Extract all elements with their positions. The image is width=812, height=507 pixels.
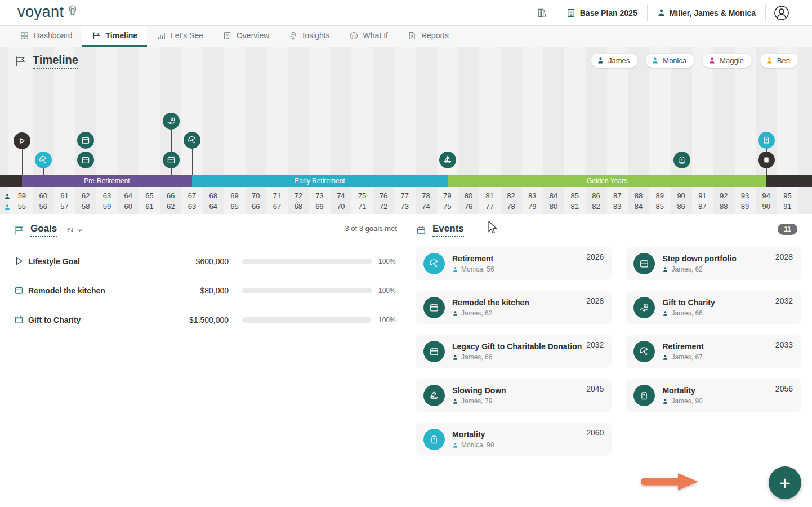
tab-what-if[interactable]: What If <box>340 26 398 47</box>
what-if-icon <box>349 31 359 41</box>
event-person: James, 66 <box>452 353 582 361</box>
goal-row-remodel-kitchen[interactable]: Remodel the kitchen $80,000 100% <box>14 285 397 296</box>
marker-slowing-down[interactable] <box>439 152 456 168</box>
age-cell: 92 <box>713 190 734 201</box>
phase-pre-retirement[interactable]: Pre-Retirement <box>22 175 192 187</box>
event-title: Mortality <box>452 430 582 439</box>
marker-gift-to-charity[interactable] <box>163 152 180 168</box>
age-cell: 72 <box>288 190 309 201</box>
marker-mortality-james[interactable] <box>673 152 690 168</box>
tab-label: Let's See <box>171 31 203 40</box>
age-row-person-icon-james <box>4 192 11 202</box>
phase-early-retirement[interactable]: Early Retirement <box>192 175 448 187</box>
person-icon <box>452 266 458 273</box>
tab-overview[interactable]: Overview <box>213 26 279 47</box>
event-card-mortality-monica[interactable]: Mortality Monica, 90 2060 <box>416 423 612 456</box>
tab-timeline[interactable]: Timeline <box>82 26 148 47</box>
event-card-slowing-down[interactable]: Slowing Down James, 79 2045 <box>416 379 612 412</box>
age-cell: 88 <box>713 201 734 212</box>
tab-dashboard[interactable]: Dashboard <box>10 26 82 47</box>
age-cell: 71 <box>351 201 373 212</box>
event-card-remodel-kitchen[interactable]: Remodel the kitchen James, 62 2028 <box>416 291 612 324</box>
age-row-person-icon-monica <box>4 203 11 213</box>
event-person: James, 62 <box>452 309 582 317</box>
goal-progress-bar <box>242 288 372 293</box>
person-chip-monica[interactable]: Monica <box>645 53 695 68</box>
client-label: Miller, James & Monica <box>670 8 756 17</box>
timeline-start-marker[interactable] <box>14 132 30 149</box>
event-card-legacy-gift[interactable]: Legacy Gift to Charitable Donation James… <box>416 335 612 368</box>
event-year: 2028 <box>586 296 604 305</box>
age-cell: 73 <box>309 190 331 201</box>
event-person-label: James, 62 <box>671 265 702 273</box>
age-cell: 84 <box>628 201 649 212</box>
event-year: 2032 <box>586 340 604 349</box>
annotation-arrow-icon <box>641 472 703 492</box>
library-icon[interactable] <box>529 0 556 25</box>
person-chip-ben[interactable]: Ben <box>760 53 798 68</box>
umbrella-icon <box>38 155 48 165</box>
person-icon <box>452 398 458 404</box>
event-card-step-down-portfolio[interactable]: Step down portfolio James, 62 2028 <box>626 247 801 280</box>
age-cell: 55 <box>11 201 33 212</box>
event-title: Mortality <box>662 386 770 395</box>
calendar-icon <box>81 135 91 145</box>
phase-bar: Pre-Retirement Early Retirement Golden Y… <box>0 175 812 187</box>
event-person-label: James, 67 <box>671 353 702 361</box>
person-chip-james[interactable]: James <box>591 53 638 68</box>
age-cell: 73 <box>394 201 416 212</box>
marker-remodel-kitchen[interactable] <box>77 152 94 168</box>
event-card-retirement-2033[interactable]: Retirement James, 67 2033 <box>626 335 801 368</box>
marker-retirement-monica[interactable] <box>35 152 52 168</box>
age-cell: 87 <box>692 201 713 212</box>
chip-label: James <box>608 56 630 65</box>
goals-sort-control[interactable] <box>66 226 83 235</box>
age-cell: 95 <box>777 190 798 201</box>
event-person-label: James, 66 <box>461 353 492 361</box>
event-person: James, 90 <box>662 397 770 405</box>
marker-mortality-monica[interactable] <box>758 132 775 149</box>
marker-legacy-gift[interactable] <box>163 113 180 130</box>
footer-bar: + <box>0 456 812 506</box>
goal-amount: $1,500,000 <box>158 315 229 324</box>
goal-percent: 100% <box>378 257 396 265</box>
flag-icon <box>14 55 27 68</box>
flag-icon <box>92 31 101 41</box>
add-event-button[interactable]: + <box>769 466 801 499</box>
age-cell: 61 <box>54 190 75 201</box>
event-card-retirement-2026[interactable]: Retirement Monica, 56 2026 <box>416 247 612 280</box>
age-cell: 88 <box>628 190 649 201</box>
age-cell: 69 <box>309 201 331 212</box>
marker-retirement-james[interactable] <box>184 132 200 149</box>
event-title: Retirement <box>452 254 582 263</box>
goal-row-gift-to-charity[interactable]: Gift to Charity $1,500,000 100% <box>14 314 397 325</box>
tab-insights[interactable]: Insights <box>279 26 339 47</box>
age-cell: 85 <box>564 190 586 201</box>
events-count-badge: 11 <box>778 224 797 235</box>
client-selector[interactable]: Miller, James & Monica <box>648 0 765 25</box>
event-title: Legacy Gift to Charitable Donation <box>452 342 582 351</box>
marker-step-down-portfolio[interactable] <box>77 132 94 149</box>
person-chip-maggie[interactable]: Maggie <box>702 53 752 68</box>
lightbulb-icon <box>288 31 298 41</box>
tab-reports[interactable]: Reports <box>398 26 458 47</box>
plan-selector[interactable]: Base Plan 2025 <box>556 0 647 25</box>
goal-row-lifestyle[interactable]: LIfestyle Goal $600,000 100% <box>14 256 397 266</box>
page-title: Timeline <box>33 54 78 69</box>
age-cell: 62 <box>75 190 96 201</box>
tab-lets-see[interactable]: Let's See <box>147 26 213 47</box>
person-icon <box>662 310 668 317</box>
person-icon <box>452 354 458 361</box>
age-cell: 87 <box>606 190 628 201</box>
event-person-label: James, 62 <box>461 309 492 317</box>
age-cell: 72 <box>373 201 394 212</box>
phase-golden-years[interactable]: Golden Years <box>448 175 766 187</box>
age-cell: 69 <box>224 190 246 201</box>
profile-icon[interactable] <box>766 0 797 25</box>
age-cell: 80 <box>543 201 564 212</box>
age-cell: 62 <box>160 201 181 212</box>
timeline-end-marker[interactable] <box>758 152 775 168</box>
event-card-gift-to-charity[interactable]: Gift to Charity James, 66 2032 <box>626 291 801 324</box>
calendar-icon <box>423 341 445 362</box>
event-card-mortality-james[interactable]: Mortality James, 90 2056 <box>626 379 801 412</box>
